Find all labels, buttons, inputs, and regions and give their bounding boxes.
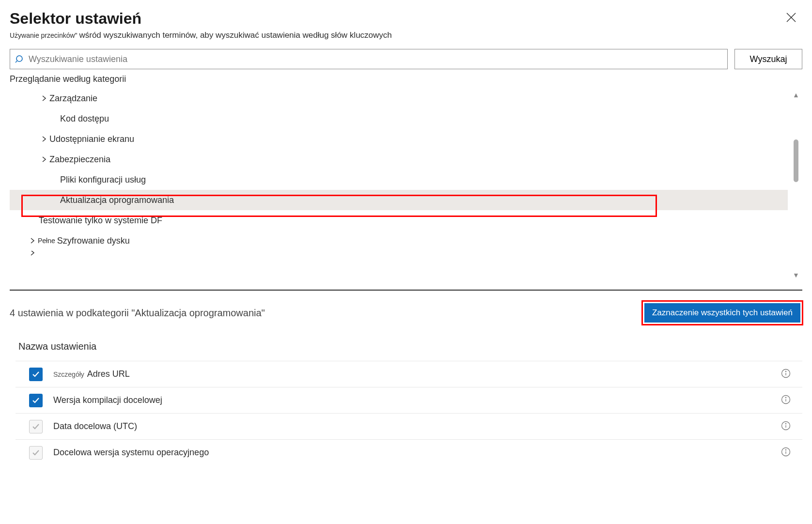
- tree-item-label: Testowanie tylko w systemie DF: [39, 216, 162, 226]
- tree-item-label: Pliki konfiguracji usług: [60, 175, 146, 185]
- select-all-button[interactable]: Zaznaczenie wszystkich tych ustawień: [644, 303, 800, 323]
- checkbox[interactable]: [29, 368, 43, 381]
- check-icon: [31, 396, 40, 405]
- check-icon: [31, 370, 40, 379]
- close-button[interactable]: [780, 10, 802, 27]
- search-input[interactable]: [29, 54, 722, 64]
- setting-row[interactable]: Docelowa wersja systemu operacyjnego: [16, 439, 802, 465]
- setting-name: Data docelowa (UTC): [53, 421, 781, 432]
- chevron-right-icon: [39, 95, 49, 101]
- check-icon: [31, 422, 40, 431]
- info-icon[interactable]: [781, 369, 791, 380]
- tree-item-label: Szyfrowanie dysku: [57, 236, 130, 246]
- tree-item-security[interactable]: Zabezpieczenia: [10, 149, 788, 170]
- browse-by-category-label: Przeglądanie według kategorii: [10, 74, 802, 84]
- checkbox[interactable]: [29, 446, 43, 460]
- scroll-down-icon[interactable]: ▼: [793, 271, 799, 279]
- setting-name: Docelowa wersja systemu operacyjnego: [53, 447, 781, 458]
- tree-item-software-update[interactable]: Aktualizacja oprogramowania: [10, 190, 788, 210]
- search-box[interactable]: [10, 49, 728, 69]
- info-icon[interactable]: [781, 395, 791, 406]
- check-icon: [31, 448, 40, 457]
- close-icon: [786, 12, 796, 23]
- search-button[interactable]: Wyszukaj: [734, 49, 802, 69]
- chevron-right-icon: [39, 156, 49, 162]
- chevron-right-icon: [27, 238, 38, 244]
- scroll-up-icon[interactable]: ▲: [793, 91, 799, 99]
- checkbox[interactable]: [29, 420, 43, 433]
- column-header-name: Nazwa ustawienia: [16, 336, 802, 361]
- info-icon[interactable]: [781, 447, 791, 459]
- chevron-right-icon: [39, 136, 49, 142]
- category-tree[interactable]: Zarządzanie Kod dostępu Udostępnianie ek…: [10, 88, 802, 282]
- svg-point-9: [785, 397, 786, 398]
- setting-row[interactable]: Szczegóły Adres URL: [16, 361, 802, 387]
- row-details-label: Szczegóły: [53, 370, 84, 378]
- tree-item-label: Aktualizacja oprogramowania: [60, 195, 174, 205]
- svg-point-6: [785, 371, 786, 371]
- svg-point-2: [16, 56, 22, 62]
- scroll-thumb[interactable]: [794, 139, 798, 182]
- tree-item-screen-sharing[interactable]: Udostępnianie ekranu: [10, 129, 788, 149]
- search-icon: [15, 54, 25, 64]
- tree-item-partial[interactable]: [10, 251, 788, 261]
- chevron-right-icon: [27, 251, 38, 256]
- page-title: Selektor ustawień: [10, 10, 141, 28]
- tree-item-service-config[interactable]: Pliki konfiguracji usług: [10, 170, 788, 190]
- tree-item-management[interactable]: Zarządzanie: [10, 88, 788, 108]
- tree-item-label: Zabezpieczenia: [49, 154, 110, 165]
- svg-point-15: [785, 449, 786, 450]
- divider: [10, 290, 802, 291]
- subtitle: Używanie przecinków" wśród wyszukiwanych…: [10, 31, 802, 40]
- tree-item-label: Kod dostępu: [60, 114, 109, 124]
- tree-item-label: Zarządzanie: [49, 93, 97, 104]
- setting-name: Wersja kompilacji docelowej: [53, 395, 781, 405]
- tree-item-prefix: Pełne: [38, 237, 55, 245]
- setting-row[interactable]: Wersja kompilacji docelowej: [16, 387, 802, 413]
- tree-scrollbar[interactable]: ▲ ▼: [792, 91, 800, 279]
- tree-item-disk-encryption[interactable]: Pełne Szyfrowanie dysku: [10, 231, 788, 251]
- svg-line-3: [16, 61, 17, 62]
- setting-row[interactable]: Data docelowa (UTC): [16, 413, 802, 439]
- tree-item-label: Udostępnianie ekranu: [49, 134, 134, 144]
- setting-name: Adres URL: [87, 369, 781, 379]
- results-count: 4 ustawienia w podkategorii "Aktualizacj…: [10, 308, 265, 319]
- info-icon[interactable]: [781, 421, 791, 432]
- checkbox[interactable]: [29, 394, 43, 407]
- svg-point-12: [785, 423, 786, 424]
- tree-item-df-testing[interactable]: Testowanie tylko w systemie DF: [10, 210, 788, 231]
- settings-table: Nazwa ustawienia Szczegóły Adres URL Wer…: [10, 336, 802, 465]
- tree-item-passcode[interactable]: Kod dostępu: [10, 108, 788, 129]
